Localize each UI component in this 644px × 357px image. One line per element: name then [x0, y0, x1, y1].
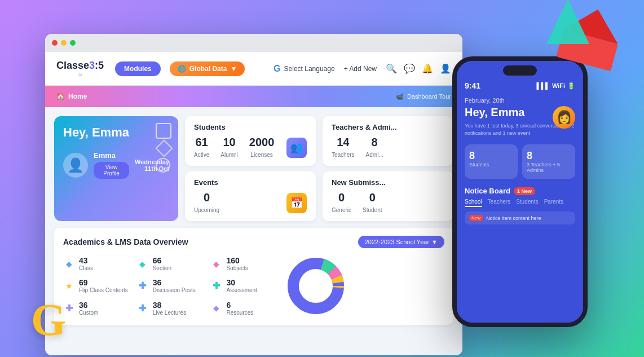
user-icon[interactable]: 👤 — [440, 63, 451, 74]
diamond-pink-icon: ◆ — [210, 258, 222, 270]
licenses-students: 2000 Licenses — [249, 136, 275, 159]
acad-custom: ✚ 36Custom — [63, 299, 128, 317]
signal-icon: ▌▌▌ — [536, 82, 549, 89]
svg-point-7 — [300, 270, 332, 302]
plus-blue2-icon: ✚ — [137, 302, 148, 314]
teachers-card-title: Teachers & Admi... — [332, 123, 444, 131]
teachers-count: 14 — [332, 136, 355, 149]
teachers-label: Teachers — [332, 152, 355, 158]
students-tab[interactable]: Students — [516, 199, 538, 207]
phone-date: February, 20th — [465, 97, 575, 104]
student-submissions: 0 Student — [363, 191, 382, 214]
acad-discussion: ✚ 36Discussion Posts — [137, 277, 202, 294]
alumni-label: Alumni — [220, 152, 238, 158]
chat-icon[interactable]: 💬 — [404, 63, 415, 74]
stats-column: Students 61 Active 10 Alumni 2000 Licens — [185, 116, 316, 221]
academics-title: Academics & LMS Data Overview — [63, 237, 188, 246]
header-icons: 🔍 💬 🔔 👤 — [386, 63, 451, 74]
acad-resources: ◆ 6Resources — [210, 299, 275, 317]
browser-maximize-dot[interactable] — [70, 40, 76, 46]
globe-icon: 🌐 — [178, 65, 186, 73]
emma-card: Hey, Emma 👤 Emma View Profile Wednesday … — [54, 116, 178, 221]
logo: Classe3:5 ☺ — [56, 60, 104, 77]
phone-statusbar: 9:41 ▌▌▌ WiFi 🔋 — [465, 81, 575, 90]
parents-tab[interactable]: Parents — [544, 199, 563, 207]
admins-count-item: 8 Admi... — [366, 136, 383, 159]
bell-icon[interactable]: 🔔 — [422, 63, 433, 74]
logo-text: Classe3:5 — [56, 60, 104, 72]
acad-flip: ★ 69Flip Class Contents — [63, 277, 128, 294]
acad-live: ✚ 38Live Lectures — [137, 299, 202, 317]
emma-name: Emma — [94, 151, 129, 160]
notice-item: New Notice item content here — [465, 211, 575, 224]
submissions-numbers: 0 Generic 0 Student — [332, 191, 444, 214]
generic-submissions: 0 Generic — [332, 191, 351, 214]
upcoming-count: 0 — [194, 191, 219, 204]
phone-notch — [503, 65, 537, 76]
year-selector-button[interactable]: 2022-2023 School Year ▼ — [358, 236, 444, 248]
battery-icon: 🔋 — [567, 82, 575, 90]
diamond-shape — [155, 139, 173, 157]
phone-teachers-num: 8 — [527, 150, 571, 162]
home-icon: 🏠 — [56, 92, 65, 100]
star-yellow-icon: ★ — [63, 280, 74, 292]
language-selector[interactable]: G Select Language — [274, 64, 335, 74]
academics-header: Academics & LMS Data Overview 2022-2023 … — [63, 236, 444, 248]
upcoming-label: Upcoming — [194, 207, 219, 213]
diamond-teal-icon: ◆ — [137, 258, 148, 270]
home-nav-item[interactable]: 🏠 Home — [56, 92, 87, 100]
school-tab[interactable]: School — [465, 199, 482, 207]
phone-students-stat: 8 Students — [465, 144, 518, 179]
plus-blue-icon: ✚ — [137, 280, 148, 292]
events-card-title: Events — [194, 178, 307, 187]
teachers-card: Teachers & Admi... 14 Teachers 8 Admi... — [323, 116, 453, 166]
browser-minimize-dot[interactable] — [61, 40, 67, 46]
acad-subjects: ◆ 160Subjects — [210, 255, 275, 272]
submissions-title: New Submiss... — [332, 178, 444, 187]
app-header: Classe3:5 ☺ Modules 🌐 Global Data ▼ G Se… — [45, 52, 462, 86]
global-data-button[interactable]: 🌐 Global Data ▼ — [170, 61, 245, 76]
events-card: Events 0 Upcoming 📅 — [185, 171, 316, 221]
academics-content: ◆ 43Class ◆ 66Section ◆ 160Subjects ★ — [63, 255, 444, 317]
browser-titlebar — [45, 34, 462, 52]
decorative-shapes — [156, 123, 171, 173]
diamond-purple-icon: ◆ — [210, 302, 222, 314]
dashboard-tour-button[interactable]: 📹 Dashboard Tour — [396, 93, 451, 100]
phone-time: 9:41 — [465, 81, 480, 90]
events-numbers: 0 Upcoming 📅 — [194, 191, 307, 214]
google-g-icon: G — [274, 64, 280, 74]
student-label: Student — [363, 207, 382, 213]
teachers-numbers: 14 Teachers 8 Admi... — [332, 136, 444, 159]
licenses-count: 2000 — [249, 136, 275, 149]
video-icon: 📹 — [396, 93, 404, 100]
phone-teachers-label: 3 Teachers + 5 Admins — [527, 162, 571, 173]
admins-label: Admi... — [366, 152, 383, 158]
events-icon: 📅 — [286, 193, 307, 213]
students-card-title: Students — [194, 123, 307, 131]
plus-teal-icon: ✚ — [210, 280, 222, 292]
view-profile-button[interactable]: View Profile — [94, 162, 129, 179]
search-icon[interactable]: 🔍 — [386, 63, 397, 74]
greeting-text: Hey, Emma — [63, 125, 169, 140]
donut-chart — [282, 255, 350, 317]
phone-avatar: 👩 — [553, 106, 575, 129]
academics-grid: ◆ 43Class ◆ 66Section ◆ 160Subjects ★ — [63, 255, 275, 317]
browser-close-dot[interactable] — [52, 40, 58, 46]
top-row: Hey, Emma 👤 Emma View Profile Wednesday … — [54, 116, 453, 221]
active-students: 61 Active — [194, 136, 209, 159]
clock-shape — [156, 158, 170, 173]
active-label: Active — [194, 152, 209, 158]
phone-teachers-stat: 8 3 Teachers + 5 Admins — [522, 144, 575, 179]
admins-count: 8 — [366, 136, 383, 149]
licenses-label: Licenses — [250, 152, 272, 158]
teachers-tab[interactable]: Teachers — [488, 199, 511, 207]
add-new-button[interactable]: + Add New — [344, 65, 377, 73]
students-numbers: 61 Active 10 Alumni 2000 Licenses 👥 — [194, 136, 307, 159]
mobile-phone: 9:41 ▌▌▌ WiFi 🔋 February, 20th Hey, Emma… — [452, 56, 588, 327]
students-card: Students 61 Active 10 Alumni 2000 Licens — [185, 116, 316, 166]
student-count: 0 — [363, 191, 382, 204]
teachers-column: Teachers & Admi... 14 Teachers 8 Admi...… — [323, 116, 453, 221]
alumni-students: 10 Alumni — [220, 136, 238, 159]
modules-button[interactable]: Modules — [115, 61, 161, 76]
notice-new-label: New — [469, 215, 483, 221]
